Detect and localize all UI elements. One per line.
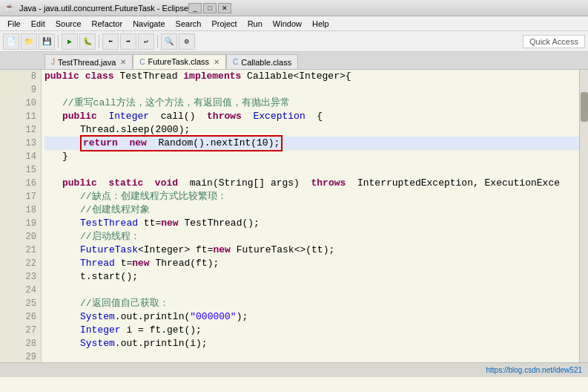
code-line-27: Integer i = ft.get();	[44, 324, 579, 337]
menu-bar: File Edit Source Refactor Navigate Searc…	[0, 16, 588, 31]
code-line-10: //重写call方法，这个方法，有返回值，有抛出异常	[44, 97, 579, 110]
code-line-29	[44, 350, 579, 362]
toolbar-sep-3	[157, 35, 158, 48]
highlighted-code-box: return new Random().nextInt(10);	[80, 135, 283, 151]
tab-callable[interactable]: C Callable.class	[226, 54, 298, 69]
open-button[interactable]: 📁	[21, 33, 37, 50]
status-bar: https://blog.csdn.net/idew521	[0, 362, 588, 377]
line-num-20: 20	[0, 230, 41, 244]
code-line-19: TestThread tt=new TestThread();	[44, 217, 579, 230]
title-bar-controls: _ □ ✕	[188, 3, 231, 13]
tab-callable-label: Callable.class	[241, 58, 291, 67]
line-num-29: 29	[0, 350, 41, 362]
class-file-icon-2: C	[233, 58, 238, 66]
code-line-22: Thread t=new Thread(ft);	[44, 257, 579, 270]
menu-search[interactable]: Search	[171, 19, 206, 29]
tabs-bar: J TestThread.java ✕ C FutureTask.class ✕…	[0, 52, 588, 70]
menu-refactor[interactable]: Refactor	[87, 19, 128, 29]
code-line-26: System.out.println("000000");	[44, 310, 579, 324]
maximize-button[interactable]: □	[203, 3, 217, 13]
code-line-21: FutureTask<Integer> ft=new FutureTask<>(…	[44, 244, 579, 257]
app-icon: ☕	[4, 3, 15, 13]
minimize-button[interactable]: _	[188, 3, 202, 13]
code-line-9	[44, 83, 579, 97]
code-line-8: public class TestThread implements Calla…	[44, 70, 579, 83]
code-line-15	[44, 163, 579, 177]
toolbar: 📄 📁 💾 ▶ 🐛 ⬅ ➡ ↩ 🔍 ⚙ Quick Access	[0, 31, 588, 52]
editor-area: 8 9 10 11 12 13 14 15 16 17 18 19 20 21 …	[0, 70, 588, 362]
code-line-11: public Integer call() throws Exception {	[44, 110, 579, 123]
code-line-24	[44, 284, 579, 297]
line-number-gutter: 8 9 10 11 12 13 14 15 16 17 18 19 20 21 …	[0, 70, 42, 362]
save-button[interactable]: 💾	[39, 33, 55, 50]
line-num-24: 24	[0, 284, 41, 297]
code-line-13: return new Random().nextInt(10);	[44, 137, 579, 150]
code-line-20: //启动线程：	[44, 230, 579, 244]
menu-help[interactable]: Help	[308, 19, 334, 29]
menu-window[interactable]: Window	[268, 19, 306, 29]
tab-testthread[interactable]: J TestThread.java ✕	[44, 54, 133, 69]
title-bar-title: Java - java.util.concurrent.FutureTask -…	[19, 4, 188, 13]
status-url: https://blog.csdn.net/idew521	[486, 366, 582, 374]
line-num-17: 17	[0, 190, 41, 203]
toolbar-sep-1	[58, 35, 59, 48]
menu-project[interactable]: Project	[207, 19, 241, 29]
code-line-28: System.out.println(i);	[44, 337, 579, 350]
line-num-16: 16	[0, 177, 41, 190]
line-num-27: 27	[0, 324, 41, 337]
line-num-26: 26	[0, 310, 41, 324]
code-line-17: //缺点：创建线程方式比较繁琐：	[44, 190, 579, 203]
class-file-icon-1: C	[139, 58, 145, 66]
quick-access-input[interactable]: Quick Access	[523, 35, 585, 48]
tab-testthread-label: TestThread.java	[58, 58, 116, 67]
line-num-13: 13	[0, 137, 41, 150]
tab-testthread-close[interactable]: ✕	[120, 58, 126, 66]
menu-edit[interactable]: Edit	[27, 19, 50, 29]
line-num-8: 8	[0, 70, 41, 83]
line-num-15: 15	[0, 163, 41, 177]
code-editor[interactable]: public class TestThread implements Calla…	[42, 70, 579, 362]
line-num-21: 21	[0, 244, 41, 257]
line-num-25: 25	[0, 297, 41, 310]
menu-navigate[interactable]: Navigate	[128, 19, 169, 29]
toolbar-btn-3[interactable]: ⬅	[102, 33, 119, 50]
line-num-23: 23	[0, 270, 41, 284]
run-button[interactable]: ▶	[62, 33, 78, 50]
toolbar-btn-7[interactable]: ⚙	[179, 33, 195, 50]
close-button[interactable]: ✕	[218, 3, 231, 13]
line-num-28: 28	[0, 337, 41, 350]
line-num-19: 19	[0, 217, 41, 230]
line-num-22: 22	[0, 257, 41, 270]
vertical-scrollbar[interactable]	[579, 70, 588, 362]
debug-button[interactable]: 🐛	[79, 33, 96, 50]
line-num-12: 12	[0, 123, 41, 137]
menu-file[interactable]: File	[3, 19, 25, 29]
tab-futuretask-close[interactable]: ✕	[214, 58, 219, 66]
line-num-11: 11	[0, 110, 41, 123]
title-bar: ☕ Java - java.util.concurrent.FutureTask…	[0, 0, 588, 16]
toolbar-btn-4[interactable]: ➡	[120, 33, 136, 50]
menu-run[interactable]: Run	[243, 19, 267, 29]
tab-futuretask[interactable]: C FutureTask.class ✕	[133, 54, 226, 69]
line-num-9: 9	[0, 83, 41, 97]
java-file-icon: J	[51, 58, 55, 66]
code-line-14: }	[44, 150, 579, 163]
menu-source[interactable]: Source	[51, 19, 86, 29]
code-line-16: public static void main(String[] args) t…	[44, 177, 579, 190]
toolbar-sep-2	[99, 35, 99, 48]
line-num-18: 18	[0, 203, 41, 217]
line-num-10: 10	[0, 97, 41, 110]
code-line-23: t.start();	[44, 270, 579, 284]
line-num-14: 14	[0, 150, 41, 163]
tab-futuretask-label: FutureTask.class	[148, 57, 210, 66]
toolbar-btn-6[interactable]: 🔍	[161, 33, 177, 50]
toolbar-btn-5[interactable]: ↩	[138, 33, 154, 50]
code-line-25: //返回值自己获取：	[44, 297, 579, 310]
code-line-18: //创建线程对象	[44, 203, 579, 217]
scrollbar-thumb[interactable]	[581, 92, 588, 122]
new-button[interactable]: 📄	[3, 33, 19, 50]
